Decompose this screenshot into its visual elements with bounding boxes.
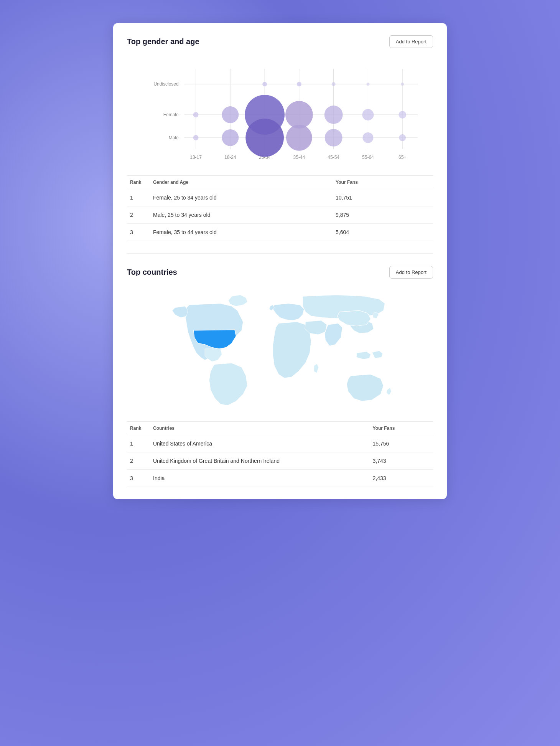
svg-point-21 <box>297 82 301 86</box>
svg-point-32 <box>193 135 199 140</box>
svg-point-26 <box>222 106 239 123</box>
gender-age-add-report-button[interactable]: Add to Report <box>389 35 433 48</box>
svg-text:13-17: 13-17 <box>190 155 202 160</box>
svg-point-30 <box>362 109 374 120</box>
rank-cell: 1 <box>127 435 150 452</box>
countries-add-report-button[interactable]: Add to Report <box>389 266 433 279</box>
category-cell: United Kingdom of Great Britain and Nort… <box>150 452 370 470</box>
main-card: Top gender and age Add to Report Undiscl… <box>113 23 447 499</box>
svg-point-25 <box>193 112 199 117</box>
bubble-chart: Undisclosed Female Male 13-17 18-24 25-3… <box>127 57 433 172</box>
category-cell: Female, 35 to 44 years old <box>150 224 333 241</box>
gender-age-section-header: Top gender and age Add to Report <box>127 35 433 48</box>
category-cell: Male, 25 to 34 years old <box>150 206 333 224</box>
svg-point-28 <box>285 101 313 129</box>
svg-point-35 <box>286 125 312 151</box>
countries-table-head: Rank Countries Your Fans <box>127 422 433 435</box>
svg-text:Female: Female <box>163 112 179 117</box>
fans-cell: 2,433 <box>370 470 433 487</box>
countries-col-rank-header: Rank <box>127 422 150 435</box>
svg-text:Male: Male <box>169 135 179 140</box>
svg-text:65+: 65+ <box>399 155 406 160</box>
svg-point-36 <box>325 129 343 147</box>
category-cell: Female, 25 to 34 years old <box>150 189 333 206</box>
rank-cell: 3 <box>127 224 150 241</box>
fans-cell: 9,875 <box>333 206 433 224</box>
svg-text:Undisclosed: Undisclosed <box>153 81 178 87</box>
fans-cell: 15,756 <box>370 435 433 452</box>
svg-point-31 <box>399 111 406 119</box>
col-category-header: Gender and Age <box>150 176 333 189</box>
fans-cell: 3,743 <box>370 452 433 470</box>
svg-text:45-54: 45-54 <box>328 155 339 160</box>
gender-age-table-head: Rank Gender and Age Your Fans <box>127 176 433 189</box>
category-cell: India <box>150 470 370 487</box>
countries-table-body: 1 United States of America 15,756 2 Unit… <box>127 435 433 487</box>
svg-text:35-44: 35-44 <box>293 155 305 160</box>
col-rank-header: Rank <box>127 176 150 189</box>
section-divider <box>127 253 433 254</box>
rank-cell: 1 <box>127 189 150 206</box>
gender-age-table: Rank Gender and Age Your Fans 1 Female, … <box>127 175 433 241</box>
bubble-chart-container: Undisclosed Female Male 13-17 18-24 25-3… <box>127 57 433 172</box>
fans-cell: 10,751 <box>333 189 433 206</box>
svg-point-37 <box>362 132 373 143</box>
countries-section-header: Top countries Add to Report <box>127 266 433 279</box>
table-row: 2 United Kingdom of Great Britain and No… <box>127 452 433 470</box>
rank-cell: 2 <box>127 452 150 470</box>
svg-text:55-64: 55-64 <box>362 155 374 160</box>
fans-cell: 5,604 <box>333 224 433 241</box>
svg-text:18-24: 18-24 <box>224 155 236 160</box>
gender-age-table-body: 1 Female, 25 to 34 years old 10,751 2 Ma… <box>127 189 433 241</box>
col-fans-header: Your Fans <box>333 176 433 189</box>
svg-point-33 <box>222 129 239 146</box>
gender-age-title: Top gender and age <box>127 37 199 46</box>
table-row: 3 Female, 35 to 44 years old 5,604 <box>127 224 433 241</box>
table-row: 2 Male, 25 to 34 years old 9,875 <box>127 206 433 224</box>
world-map-container <box>127 288 433 418</box>
svg-point-38 <box>399 134 406 141</box>
countries-col-category-header: Countries <box>150 422 370 435</box>
table-row: 1 Female, 25 to 34 years old 10,751 <box>127 189 433 206</box>
svg-point-20 <box>262 82 267 86</box>
svg-point-29 <box>324 106 343 124</box>
rank-cell: 2 <box>127 206 150 224</box>
rank-cell: 3 <box>127 470 150 487</box>
svg-point-24 <box>401 83 404 86</box>
countries-title: Top countries <box>127 268 177 277</box>
category-cell: United States of America <box>150 435 370 452</box>
table-row: 1 United States of America 15,756 <box>127 435 433 452</box>
svg-point-34 <box>245 119 284 157</box>
svg-point-22 <box>332 82 336 86</box>
countries-table: Rank Countries Your Fans 1 United States… <box>127 421 433 487</box>
svg-point-23 <box>366 83 369 86</box>
world-map <box>127 288 433 418</box>
countries-col-fans-header: Your Fans <box>370 422 433 435</box>
table-row: 3 India 2,433 <box>127 470 433 487</box>
